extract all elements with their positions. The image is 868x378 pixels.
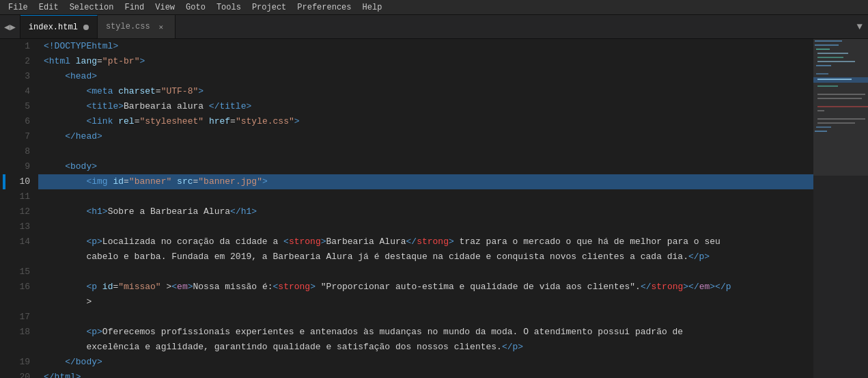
line-num-15: 15 bbox=[16, 265, 30, 280]
menu-item-selection[interactable]: Selection bbox=[64, 1, 120, 14]
code-token: <link bbox=[86, 114, 118, 129]
line-num-19: 19 bbox=[16, 355, 30, 370]
code-token: </html> bbox=[44, 370, 81, 378]
code-token: excelência e agilidade, garantindo quali… bbox=[44, 340, 502, 355]
indicator-4 bbox=[0, 84, 5, 99]
code-token: = bbox=[230, 114, 236, 129]
code-token: <p bbox=[86, 280, 102, 295]
code-token: </p> bbox=[502, 340, 523, 355]
code-token: </ bbox=[406, 234, 417, 249]
line-num-17: 17 bbox=[16, 310, 30, 325]
code-token: > bbox=[161, 280, 172, 295]
line-num-18: 18 bbox=[16, 325, 30, 340]
code-token: id bbox=[102, 280, 113, 295]
line-num-12: 12 bbox=[16, 204, 30, 219]
line-num-6: 6 bbox=[16, 114, 30, 129]
code-line-6: <link rel="stylesheet" href="style.css"> bbox=[38, 114, 813, 129]
code-token bbox=[44, 69, 65, 84]
menu-item-tools[interactable]: Tools bbox=[211, 1, 247, 14]
code-token: > bbox=[139, 54, 145, 69]
code-token: <!DOCTYPEhtml> bbox=[44, 39, 118, 54]
code-token: > bbox=[188, 280, 193, 295]
line-num-14: 14 bbox=[16, 234, 30, 249]
menu-item-preferences[interactable]: Preferences bbox=[292, 1, 356, 14]
code-token: "UTF-8" bbox=[161, 84, 199, 99]
code-token bbox=[171, 174, 177, 189]
code-token: = bbox=[97, 54, 102, 69]
line-num-9: 9 bbox=[16, 159, 30, 174]
line-num-18b bbox=[16, 340, 30, 355]
code-token bbox=[44, 84, 86, 99]
minimap[interactable] bbox=[813, 39, 868, 378]
code-token: lang bbox=[76, 54, 97, 69]
code-line-7: </head> bbox=[38, 129, 813, 144]
code-token: Oferecemos profissionais experientes e a… bbox=[102, 325, 683, 340]
code-token bbox=[44, 325, 86, 340]
line-num-20: 20 bbox=[16, 370, 30, 378]
tab-close-style[interactable]: ✕ bbox=[156, 21, 167, 32]
code-token bbox=[44, 234, 86, 249]
tab-nav-arrows[interactable]: ◀▶ bbox=[0, 15, 20, 38]
code-line-15 bbox=[38, 265, 813, 280]
line-num-14b bbox=[16, 249, 30, 265]
code-line-11 bbox=[38, 189, 813, 204]
code-line-10: <img id="banner" src="banner.jpg"> bbox=[38, 174, 813, 189]
code-token: </h1> bbox=[230, 204, 257, 219]
code-editor[interactable]: <!DOCTYPEhtml> <html lang="pt-br"> <head… bbox=[38, 39, 813, 378]
code-token: id bbox=[113, 174, 124, 189]
code-token: <p> bbox=[86, 325, 102, 340]
code-token: <html bbox=[44, 54, 76, 69]
code-token: = bbox=[156, 84, 161, 99]
code-line-12: <h1>Sobre a Barbearia Alura</h1> bbox=[38, 204, 813, 219]
code-token: "Proporcionar auto-estima e qualidade de… bbox=[316, 280, 641, 295]
tab-style-css[interactable]: style.css ✕ bbox=[98, 15, 176, 38]
code-token bbox=[44, 265, 49, 280]
code-token: "banner.jpg" bbox=[198, 174, 262, 189]
menu-item-file[interactable]: File bbox=[3, 1, 33, 14]
left-indicator-bar bbox=[0, 39, 5, 378]
code-token: cabelo e barba. Fundada em 2019, a Barbe… bbox=[44, 249, 688, 265]
code-token bbox=[44, 114, 86, 129]
menu-item-help[interactable]: Help bbox=[357, 1, 388, 14]
code-token: <img bbox=[86, 174, 113, 189]
code-line-14b: cabelo e barba. Fundada em 2019, a Barbe… bbox=[38, 249, 813, 265]
code-token: rel bbox=[118, 114, 134, 129]
tab-overflow-menu[interactable]: ▼ bbox=[852, 21, 868, 32]
tab-unsaved-indicator bbox=[83, 25, 89, 30]
code-token: "pt-br" bbox=[102, 54, 140, 69]
menu-item-goto[interactable]: Goto bbox=[180, 1, 211, 14]
menu-item-edit[interactable]: Edit bbox=[33, 1, 64, 14]
line-num-16b bbox=[16, 295, 30, 310]
menu-item-find[interactable]: Find bbox=[119, 1, 150, 14]
code-token bbox=[44, 129, 65, 144]
code-token bbox=[44, 189, 49, 204]
code-token: </p> bbox=[688, 249, 710, 265]
code-token bbox=[44, 99, 86, 114]
line-num-7: 7 bbox=[16, 129, 30, 144]
code-token: </head> bbox=[65, 129, 102, 144]
code-token: = bbox=[124, 174, 129, 189]
menu-item-project[interactable]: Project bbox=[247, 1, 292, 14]
code-token: Barbearia Alura bbox=[326, 234, 406, 249]
menu-item-view[interactable]: View bbox=[150, 1, 180, 14]
code-token: <title> bbox=[86, 99, 124, 114]
code-token: ></p bbox=[710, 280, 731, 295]
minimap-visual bbox=[813, 39, 868, 378]
code-token bbox=[44, 174, 86, 189]
code-line-3: <head> bbox=[38, 69, 813, 84]
tab-index-html[interactable]: index.html bbox=[20, 15, 98, 38]
code-line-4: <meta charset="UTF-8"> bbox=[38, 84, 813, 99]
code-token bbox=[44, 159, 65, 174]
code-line-19: </body> bbox=[38, 355, 813, 370]
code-token: "banner" bbox=[129, 174, 171, 189]
code-token: strong bbox=[278, 280, 310, 295]
line-num-4: 4 bbox=[16, 84, 30, 99]
code-token: "style.css" bbox=[236, 114, 294, 129]
code-token bbox=[44, 355, 65, 370]
code-token: em bbox=[177, 280, 188, 295]
code-token: </body> bbox=[65, 355, 102, 370]
code-token: > bbox=[321, 234, 326, 249]
line-num-3: 3 bbox=[16, 69, 30, 84]
code-line-5: <title>Barbearia alura </title> bbox=[38, 99, 813, 114]
code-token: > bbox=[198, 84, 204, 99]
